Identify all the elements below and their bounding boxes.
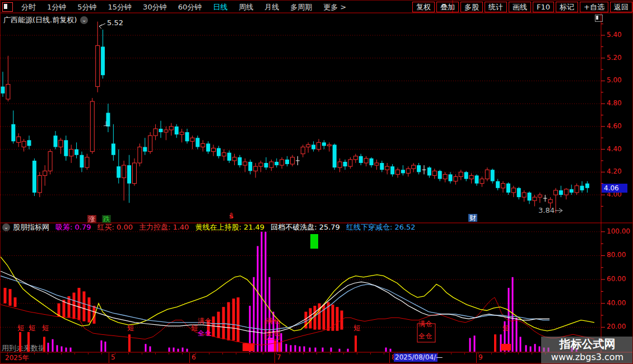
tab-日线[interactable]: 日线 — [207, 1, 233, 13]
tab-30分钟[interactable]: 30分钟 — [137, 1, 173, 13]
sell-signal-marker: ŝ — [229, 212, 234, 220]
signal-short-label: 短 — [17, 324, 25, 332]
indicator-chevron-icon[interactable]: ⌄ — [2, 223, 10, 231]
top-toolbar: 分时1分钟5分钟15分钟30分钟60分钟日线周线月线多周期更多 > 复权叠加多股… — [1, 1, 633, 13]
date-minor-tick — [209, 353, 210, 354]
chevron-down-icon[interactable]: ⌄ — [80, 16, 88, 24]
date-minor-tick — [532, 353, 532, 354]
date-minor-tick — [7, 353, 8, 354]
year-label: 2025年 — [5, 353, 29, 363]
chart-title: 广西能源(日线.前复权) — [3, 15, 77, 25]
date-minor-tick — [128, 353, 129, 354]
indicator-axis-label: 20.00 — [607, 323, 626, 330]
indicator-value-红线下穿减仓: 红线下穿减仓: 26.52 — [346, 222, 416, 232]
date-minor-tick — [88, 353, 89, 354]
price-axis-label: 5.00 — [607, 76, 622, 84]
badge-财: 财 — [468, 214, 477, 222]
stock-app-window: 分时1分钟5分钟15分钟30分钟60分钟日线周线月线多周期更多 > 复权叠加多股… — [0, 0, 633, 364]
date-label-9: 9 — [478, 353, 483, 361]
indicator-value-吸筹: 吸筹: 0.79 — [55, 222, 91, 232]
date-minor-tick — [48, 353, 48, 354]
date-minor-tick — [290, 353, 290, 354]
indicator-value-主力控盘: 主力控盘: 1.40 — [139, 222, 189, 232]
signal-short-label: 短 — [29, 324, 36, 332]
signal-short-label: 短 — [127, 324, 134, 332]
mini-window-icon[interactable] — [595, 15, 603, 22]
signal-short-label: 短 — [42, 324, 49, 332]
future-data-watermark: 用到未来数据 — [2, 343, 45, 353]
badge-跌: 跌 — [102, 215, 111, 223]
date-minor-tick — [75, 353, 75, 354]
date-minor-tick — [357, 353, 357, 354]
button-叠加[interactable]: 叠加 — [436, 2, 459, 12]
indicator-axis-label: 60.00 — [607, 275, 626, 283]
date-minor-tick — [343, 353, 344, 354]
tab-1分钟[interactable]: 1分钟 — [41, 1, 72, 13]
date-axis[interactable]: 2025年 2025/08/04/— 56789 — [1, 353, 633, 363]
signal-allin-label: 全仓 — [198, 330, 211, 337]
date-tick-line — [389, 353, 390, 363]
tab-60分钟[interactable]: 60分钟 — [173, 1, 208, 13]
tab-更多 >[interactable]: 更多 > — [318, 1, 352, 13]
signal-allin-label: 全仓 — [418, 333, 432, 340]
button-统计[interactable]: 统计 — [485, 2, 507, 12]
button-F10[interactable]: F10 — [533, 2, 554, 12]
date-minor-tick — [249, 353, 250, 354]
date-minor-tick — [101, 353, 102, 354]
tab-15分钟[interactable]: 15分钟 — [103, 1, 138, 13]
badge-涨: 涨 — [87, 215, 96, 223]
date-minor-tick — [34, 353, 35, 354]
date-minor-tick — [464, 353, 465, 354]
date-minor-tick — [518, 353, 519, 354]
signal-full-label: 满仓 — [418, 320, 432, 328]
button-+自选[interactable]: +自选 — [580, 2, 608, 12]
toolbar-actions: 复权叠加多股统计画线F10标记+自选返回 — [412, 2, 633, 12]
date-tick-line — [109, 353, 109, 363]
indicator-canvas[interactable] — [1, 223, 601, 352]
main-chart-canvas[interactable] — [1, 13, 601, 223]
date-minor-tick — [263, 353, 263, 354]
tab-月线[interactable]: 月线 — [259, 1, 285, 13]
button-标记[interactable]: 标记 — [556, 2, 578, 12]
indicator-value-黄线在上持股: 黄线在上持股: 21.49 — [195, 222, 264, 232]
button-多股[interactable]: 多股 — [460, 2, 483, 12]
indicator-source: 股朋指标网 — [13, 222, 49, 232]
signal-full-label: 满仓 — [266, 318, 280, 325]
date-tick-line — [274, 353, 275, 363]
date-label-7: 7 — [277, 353, 281, 361]
tab-周线[interactable]: 周线 — [233, 1, 259, 13]
date-minor-tick — [182, 353, 183, 354]
button-复权[interactable]: 复权 — [412, 2, 435, 12]
selected-date-tag: 2025/08/04/— — [394, 353, 437, 362]
date-minor-tick — [222, 353, 223, 354]
date-label-5: 5 — [111, 353, 115, 361]
date-minor-tick — [21, 353, 21, 354]
tab-多周期[interactable]: 多周期 — [285, 1, 318, 13]
price-axis-label: 5.40 — [607, 31, 622, 39]
tab-分时[interactable]: 分时 — [16, 1, 41, 13]
signal-allin-label: 全仓 — [266, 330, 280, 337]
date-label-6: 6 — [192, 353, 196, 361]
button-画线[interactable]: 画线 — [509, 2, 531, 12]
indicator-axis-label: 80.00 — [607, 251, 626, 259]
current-price-tag: 4.06 — [602, 184, 627, 193]
date-minor-tick — [142, 353, 142, 354]
date-tick-line — [476, 353, 477, 363]
high-annotation: 5.52 — [107, 18, 123, 27]
window-icon[interactable] — [2, 2, 13, 12]
indicator-header: ⌄ 股朋指标网 吸筹: 0.79红买: 0.00主力控盘: 1.40黄线在上持股… — [2, 223, 416, 231]
date-minor-tick — [316, 353, 317, 354]
tab-5分钟[interactable]: 5分钟 — [72, 1, 102, 13]
date-minor-tick — [169, 353, 169, 354]
date-minor-tick — [384, 353, 384, 354]
brand-url: www.zbgs3.com — [541, 351, 633, 363]
signal-short-label: 短 — [502, 324, 510, 332]
date-minor-tick — [491, 353, 492, 354]
price-axis-label: 5.20 — [607, 54, 622, 62]
price-axis-label: 4.60 — [607, 122, 622, 130]
date-minor-tick — [505, 353, 505, 354]
price-axis-label: 4.20 — [607, 167, 622, 175]
button-返回[interactable]: 返回 — [610, 2, 632, 12]
t-marker: ⊥ — [103, 120, 109, 128]
date-minor-tick — [451, 353, 452, 354]
